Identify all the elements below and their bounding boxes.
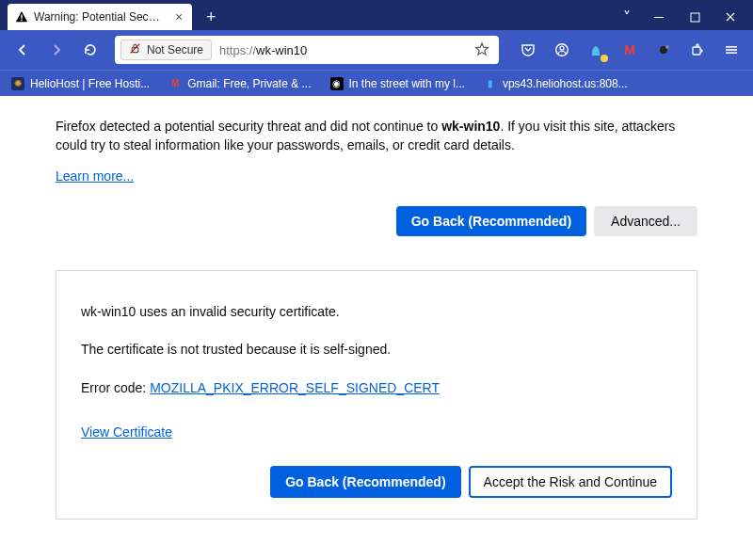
toolbar-right: M — [508, 36, 745, 64]
svg-rect-11 — [726, 52, 737, 54]
extension-3-icon[interactable] — [649, 36, 678, 64]
bookmarks-bar: ✺ HelioHost | Free Hosti... M Gmail: Fre… — [0, 70, 753, 96]
browser-tab[interactable]: Warning: Potential Security Risk × — [8, 4, 192, 30]
new-tab-button[interactable]: + — [198, 4, 224, 30]
tab-list-button[interactable]: ˅ — [623, 8, 631, 30]
svg-rect-0 — [21, 14, 22, 18]
bookmark-label: HelioHost | Free Hosti... — [30, 77, 150, 90]
extensions-button[interactable] — [683, 36, 712, 64]
cert-invalid-text: wk-win10 uses an invalid security certif… — [81, 303, 672, 321]
svg-rect-10 — [726, 49, 737, 51]
reload-button[interactable] — [75, 35, 105, 65]
favicon-icon: M — [168, 77, 182, 90]
titlebar: Warning: Potential Security Risk × + ˅ — [0, 0, 753, 30]
window-controls — [649, 8, 753, 30]
svg-point-6 — [560, 46, 564, 50]
bookmark-label: vps43.heliohost.us:808... — [503, 77, 628, 90]
favicon-icon: ✺ — [11, 77, 24, 90]
close-window-button[interactable] — [721, 8, 740, 26]
lock-strike-icon — [129, 42, 141, 57]
svg-point-8 — [665, 45, 669, 49]
bookmark-item[interactable]: M Gmail: Free, Private & ... — [163, 75, 316, 92]
page-content[interactable]: Firefox detected a potential security th… — [0, 96, 753, 560]
url-bar[interactable]: Not Secure https://wk-win10 — [115, 36, 499, 64]
panel-button-row: Go Back (Recommended) Accept the Risk an… — [81, 466, 672, 498]
svg-rect-9 — [726, 46, 737, 48]
warning-message: Firefox detected a potential security th… — [56, 117, 697, 155]
bookmark-label: Gmail: Free, Private & ... — [187, 77, 311, 90]
advanced-button[interactable]: Advanced... — [594, 206, 697, 236]
svg-rect-1 — [21, 20, 22, 21]
bookmark-item[interactable]: ▮ vps43.heliohost.us:808... — [478, 75, 633, 92]
tab-close-button[interactable]: × — [171, 9, 186, 24]
go-back-button[interactable]: Go Back (Recommended) — [396, 206, 586, 236]
security-label: Not Secure — [147, 43, 203, 56]
nav-toolbar: Not Secure https://wk-win10 M — [0, 30, 753, 70]
learn-more-link[interactable]: Learn more... — [56, 168, 134, 184]
tab-title: Warning: Potential Security Risk — [34, 10, 166, 24]
error-code-line: Error code: MOZILLA_PKIX_ERROR_SELF_SIGN… — [81, 379, 672, 397]
back-button[interactable] — [8, 35, 38, 65]
minimize-button[interactable] — [649, 8, 668, 26]
security-indicator[interactable]: Not Secure — [120, 40, 212, 60]
bookmark-item[interactable]: ◉ In the street with my l... — [325, 75, 471, 92]
app-menu-button[interactable] — [717, 36, 745, 64]
favicon-icon: ▮ — [484, 77, 497, 90]
favicon-icon: ◉ — [330, 77, 344, 90]
error-code-link[interactable]: MOZILLA_PKIX_ERROR_SELF_SIGNED_CERT — [150, 380, 440, 395]
cert-selfsigned-text: The certificate is not trusted because i… — [81, 341, 672, 359]
svg-rect-2 — [654, 17, 664, 18]
bookmark-label: In the street with my l... — [349, 77, 465, 90]
extension-2-icon[interactable]: M — [616, 36, 644, 64]
account-icon[interactable] — [548, 36, 576, 64]
advanced-panel: wk-win10 uses an invalid security certif… — [56, 270, 697, 520]
svg-rect-3 — [691, 13, 699, 22]
accept-risk-button[interactable]: Accept the Risk and Continue — [469, 466, 672, 498]
go-back-button-2[interactable]: Go Back (Recommended) — [270, 466, 460, 498]
extension-1-icon[interactable] — [582, 36, 610, 64]
bookmark-star-icon[interactable] — [471, 41, 493, 59]
warning-icon — [15, 10, 28, 24]
url-text: https://wk-win10 — [219, 43, 307, 57]
forward-button[interactable] — [41, 35, 72, 65]
view-certificate-link[interactable]: View Certificate — [81, 424, 172, 440]
maximize-button[interactable] — [685, 8, 704, 26]
bookmark-item[interactable]: ✺ HelioHost | Free Hosti... — [6, 75, 155, 92]
primary-button-row: Go Back (Recommended) Advanced... — [56, 206, 697, 236]
pocket-icon[interactable] — [514, 36, 542, 64]
